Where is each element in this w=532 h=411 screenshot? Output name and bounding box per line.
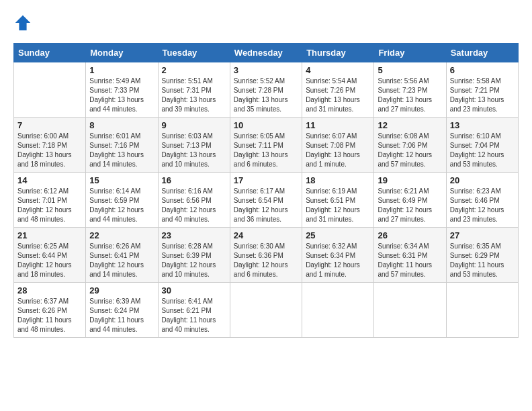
day-info: Sunrise: 6:12 AMSunset: 7:01 PMDaylight:… (17, 187, 82, 224)
day-info: Sunrise: 6:37 AMSunset: 6:26 PMDaylight:… (17, 297, 82, 334)
day-number: 22 (89, 230, 154, 240)
header-day-friday: Friday (374, 44, 446, 62)
calendar-cell: 27Sunrise: 6:35 AMSunset: 6:29 PMDayligh… (446, 228, 518, 283)
day-number: 9 (162, 120, 226, 130)
calendar-cell: 4Sunrise: 5:54 AMSunset: 7:26 PMDaylight… (302, 62, 374, 118)
calendar-cell: 17Sunrise: 6:17 AMSunset: 6:54 PMDayligh… (230, 173, 302, 228)
day-number: 10 (234, 120, 298, 130)
calendar-cell (374, 283, 446, 338)
day-number: 8 (89, 120, 154, 130)
calendar-cell: 13Sunrise: 6:10 AMSunset: 7:04 PMDayligh… (446, 118, 518, 173)
calendar-cell: 19Sunrise: 6:21 AMSunset: 6:49 PMDayligh… (374, 173, 446, 228)
calendar-cell: 22Sunrise: 6:26 AMSunset: 6:41 PMDayligh… (86, 228, 158, 283)
day-number: 29 (89, 285, 154, 295)
svg-marker-0 (15, 15, 30, 30)
header-day-sunday: Sunday (14, 44, 86, 62)
calendar-cell: 11Sunrise: 6:07 AMSunset: 7:08 PMDayligh… (302, 118, 374, 173)
day-number: 6 (450, 65, 515, 75)
calendar-cell: 5Sunrise: 5:56 AMSunset: 7:23 PMDaylight… (374, 62, 446, 118)
day-number: 16 (162, 175, 226, 185)
day-info: Sunrise: 5:56 AMSunset: 7:23 PMDaylight:… (378, 77, 442, 114)
day-info: Sunrise: 6:01 AMSunset: 7:16 PMDaylight:… (89, 132, 154, 169)
day-number: 7 (17, 120, 82, 130)
header-day-wednesday: Wednesday (230, 44, 302, 62)
day-info: Sunrise: 6:17 AMSunset: 6:54 PMDaylight:… (234, 187, 298, 224)
day-info: Sunrise: 6:35 AMSunset: 6:29 PMDaylight:… (450, 242, 515, 279)
day-info: Sunrise: 6:25 AMSunset: 6:44 PMDaylight:… (17, 242, 82, 279)
calendar-cell: 25Sunrise: 6:32 AMSunset: 6:34 PMDayligh… (302, 228, 374, 283)
day-number: 14 (17, 175, 82, 185)
calendar-cell: 10Sunrise: 6:05 AMSunset: 7:11 PMDayligh… (230, 118, 302, 173)
day-info: Sunrise: 6:07 AMSunset: 7:08 PMDaylight:… (306, 132, 370, 169)
calendar-cell: 29Sunrise: 6:39 AMSunset: 6:24 PMDayligh… (86, 283, 158, 338)
day-number: 18 (306, 175, 370, 185)
day-number: 17 (234, 175, 298, 185)
day-info: Sunrise: 6:00 AMSunset: 7:18 PMDaylight:… (17, 132, 82, 169)
day-info: Sunrise: 5:49 AMSunset: 7:33 PMDaylight:… (89, 77, 154, 114)
day-info: Sunrise: 6:14 AMSunset: 6:59 PMDaylight:… (89, 187, 154, 224)
week-row-4: 21Sunrise: 6:25 AMSunset: 6:44 PMDayligh… (14, 228, 519, 283)
day-info: Sunrise: 5:54 AMSunset: 7:26 PMDaylight:… (306, 77, 370, 114)
calendar-cell: 23Sunrise: 6:28 AMSunset: 6:39 PMDayligh… (158, 228, 230, 283)
header-row: SundayMondayTuesdayWednesdayThursdayFrid… (14, 44, 519, 62)
header-day-saturday: Saturday (446, 44, 518, 62)
day-number: 23 (162, 230, 226, 240)
logo (13, 13, 35, 32)
day-number: 3 (234, 65, 298, 75)
calendar-cell: 7Sunrise: 6:00 AMSunset: 7:18 PMDaylight… (14, 118, 86, 173)
day-info: Sunrise: 6:23 AMSunset: 6:46 PMDaylight:… (450, 187, 515, 224)
day-info: Sunrise: 6:21 AMSunset: 6:49 PMDaylight:… (378, 187, 442, 224)
week-row-5: 28Sunrise: 6:37 AMSunset: 6:26 PMDayligh… (14, 283, 519, 338)
day-number: 2 (162, 65, 226, 75)
week-row-3: 14Sunrise: 6:12 AMSunset: 7:01 PMDayligh… (14, 173, 519, 228)
calendar-cell: 30Sunrise: 6:41 AMSunset: 6:21 PMDayligh… (158, 283, 230, 338)
day-number: 27 (450, 230, 515, 240)
header-day-tuesday: Tuesday (158, 44, 230, 62)
calendar-cell: 8Sunrise: 6:01 AMSunset: 7:16 PMDaylight… (86, 118, 158, 173)
calendar-cell: 1Sunrise: 5:49 AMSunset: 7:33 PMDaylight… (86, 62, 158, 118)
day-info: Sunrise: 6:03 AMSunset: 7:13 PMDaylight:… (162, 132, 226, 169)
calendar-table: SundayMondayTuesdayWednesdayThursdayFrid… (13, 43, 519, 338)
day-number: 5 (378, 65, 442, 75)
day-info: Sunrise: 6:28 AMSunset: 6:39 PMDaylight:… (162, 242, 226, 279)
day-number: 4 (306, 65, 370, 75)
day-number: 24 (234, 230, 298, 240)
day-info: Sunrise: 6:32 AMSunset: 6:34 PMDaylight:… (306, 242, 370, 279)
day-info: Sunrise: 5:51 AMSunset: 7:31 PMDaylight:… (162, 77, 226, 114)
calendar-cell: 26Sunrise: 6:34 AMSunset: 6:31 PMDayligh… (374, 228, 446, 283)
day-info: Sunrise: 6:19 AMSunset: 6:51 PMDaylight:… (306, 187, 370, 224)
calendar-cell: 6Sunrise: 5:58 AMSunset: 7:21 PMDaylight… (446, 62, 518, 118)
calendar-cell: 20Sunrise: 6:23 AMSunset: 6:46 PMDayligh… (446, 173, 518, 228)
logo-icon (13, 13, 32, 32)
calendar-cell (302, 283, 374, 338)
calendar-cell: 3Sunrise: 5:52 AMSunset: 7:28 PMDaylight… (230, 62, 302, 118)
calendar-cell (230, 283, 302, 338)
calendar-cell: 12Sunrise: 6:08 AMSunset: 7:06 PMDayligh… (374, 118, 446, 173)
day-number: 26 (378, 230, 442, 240)
day-info: Sunrise: 6:39 AMSunset: 6:24 PMDaylight:… (89, 297, 154, 334)
calendar-cell: 14Sunrise: 6:12 AMSunset: 7:01 PMDayligh… (14, 173, 86, 228)
day-number: 25 (306, 230, 370, 240)
day-info: Sunrise: 6:34 AMSunset: 6:31 PMDaylight:… (378, 242, 442, 279)
day-info: Sunrise: 5:58 AMSunset: 7:21 PMDaylight:… (450, 77, 515, 114)
calendar-cell (14, 62, 86, 118)
header-day-monday: Monday (86, 44, 158, 62)
day-number: 19 (378, 175, 442, 185)
calendar-cell: 16Sunrise: 6:16 AMSunset: 6:56 PMDayligh… (158, 173, 230, 228)
day-number: 13 (450, 120, 515, 130)
day-info: Sunrise: 6:10 AMSunset: 7:04 PMDaylight:… (450, 132, 515, 169)
header-day-thursday: Thursday (302, 44, 374, 62)
calendar-cell: 2Sunrise: 5:51 AMSunset: 7:31 PMDaylight… (158, 62, 230, 118)
calendar-cell: 18Sunrise: 6:19 AMSunset: 6:51 PMDayligh… (302, 173, 374, 228)
day-info: Sunrise: 6:41 AMSunset: 6:21 PMDaylight:… (162, 297, 226, 334)
day-info: Sunrise: 6:05 AMSunset: 7:11 PMDaylight:… (234, 132, 298, 169)
calendar-cell: 15Sunrise: 6:14 AMSunset: 6:59 PMDayligh… (86, 173, 158, 228)
calendar-cell: 21Sunrise: 6:25 AMSunset: 6:44 PMDayligh… (14, 228, 86, 283)
day-info: Sunrise: 6:30 AMSunset: 6:36 PMDaylight:… (234, 242, 298, 279)
calendar-header: SundayMondayTuesdayWednesdayThursdayFrid… (14, 44, 519, 62)
calendar-cell: 24Sunrise: 6:30 AMSunset: 6:36 PMDayligh… (230, 228, 302, 283)
calendar-cell: 28Sunrise: 6:37 AMSunset: 6:26 PMDayligh… (14, 283, 86, 338)
week-row-1: 1Sunrise: 5:49 AMSunset: 7:33 PMDaylight… (14, 62, 519, 118)
calendar-body: 1Sunrise: 5:49 AMSunset: 7:33 PMDaylight… (14, 62, 519, 338)
week-row-2: 7Sunrise: 6:00 AMSunset: 7:18 PMDaylight… (14, 118, 519, 173)
